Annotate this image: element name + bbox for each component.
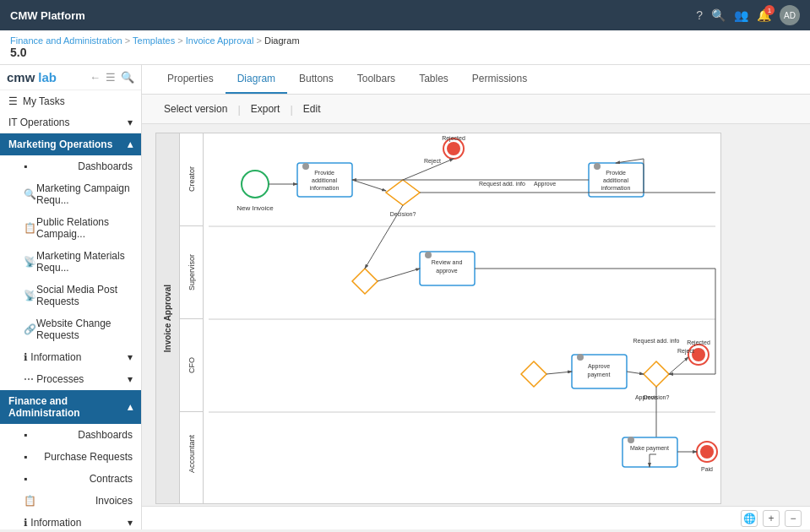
header: Finance and Administration > Templates >… bbox=[0, 30, 810, 65]
sidebar-item-info-fin[interactable]: ℹ Information ▾ bbox=[0, 512, 141, 529]
sidebar-item-pr[interactable]: 📋 Public Relations Campaig... bbox=[0, 211, 141, 245]
sidebar-item-mkt-materials[interactable]: 📡 Marketing Materials Requ... bbox=[0, 245, 141, 279]
rejected1-label: Rejected bbox=[442, 135, 465, 142]
export-btn[interactable]: Export bbox=[242, 100, 289, 118]
sidebar-menu-icon[interactable]: ☰ bbox=[106, 71, 116, 84]
sidebar-my-tasks[interactable]: ☰ My Tasks bbox=[0, 90, 141, 112]
person-icon2 bbox=[594, 163, 601, 170]
dash-icon: ▪ bbox=[24, 160, 27, 172]
tab-permissions[interactable]: Permissions bbox=[460, 65, 539, 94]
social-icon: 📡 bbox=[24, 290, 36, 301]
arrow-gw-sup-to-review bbox=[378, 269, 420, 281]
sidebar-logo: cmw lab bbox=[7, 70, 57, 84]
sidebar-item-mkt-campaign[interactable]: 🔍 Marketing Campaign Requ... bbox=[0, 177, 141, 211]
sidebar-section-it[interactable]: IT Operations ▾ bbox=[0, 112, 141, 133]
provide-info1-line3: information bbox=[310, 185, 340, 191]
breadcrumb-finance[interactable]: Finance and Administration bbox=[10, 35, 122, 46]
node-decision-cfo bbox=[644, 361, 669, 387]
paid-label: Paid bbox=[701, 466, 713, 472]
approve-payment-line1: Approve bbox=[588, 363, 610, 370]
mkt-materials-label: Marketing Materials Requ... bbox=[36, 250, 133, 274]
website-icon: 🔗 bbox=[24, 323, 36, 335]
purchase-icon: ▪ bbox=[24, 451, 27, 463]
sidebar-item-website[interactable]: 🔗 Website Change Requests bbox=[0, 312, 141, 346]
arrow-provide-to-decision bbox=[352, 180, 386, 191]
info-mkt-arrow: ▾ bbox=[128, 351, 133, 363]
provide-info2-line1: Provide bbox=[606, 170, 626, 176]
user-avatar[interactable]: AD bbox=[780, 5, 800, 25]
arrow-decision-cfo-reject bbox=[669, 357, 688, 374]
sidebar-item-processes-mkt[interactable]: ⋯ Processes ▾ bbox=[0, 368, 141, 390]
help-icon[interactable]: ? bbox=[696, 8, 703, 22]
purchase-label: Purchase Requests bbox=[44, 451, 133, 463]
my-tasks-label: My Tasks bbox=[23, 95, 65, 107]
tab-diagram[interactable]: Diagram bbox=[226, 65, 287, 94]
label-reject-cfo: Reject bbox=[677, 348, 694, 355]
person-icon1 bbox=[302, 163, 309, 170]
sidebar-item-dashboards-mkt[interactable]: ▪ Dashboards bbox=[0, 155, 141, 177]
sidebar-item-invoices[interactable]: 📋 Invoices bbox=[0, 490, 141, 512]
search-icon[interactable]: 🔍 bbox=[711, 8, 726, 22]
invoices-label: Invoices bbox=[95, 495, 133, 507]
dash-fin-label: Dashboards bbox=[78, 429, 133, 441]
label-approve-cfo: Approve bbox=[635, 394, 657, 401]
edit-btn[interactable]: Edit bbox=[295, 100, 329, 118]
sidebar-item-info-mkt[interactable]: ℹ Information ▾ bbox=[0, 346, 141, 368]
tab-toolbars[interactable]: Toolbars bbox=[345, 65, 407, 94]
proc-mkt-label: ⋯ Processes bbox=[24, 373, 84, 385]
cfo-label: CFO bbox=[188, 357, 196, 373]
sidebar-section-marketing[interactable]: Marketing Operations ▴ bbox=[0, 133, 141, 155]
breadcrumb-templates[interactable]: Templates bbox=[133, 35, 175, 46]
sidebar-top-icons: ← ☰ 🔍 bbox=[90, 71, 134, 84]
node-new-invoice-label: New Invoice bbox=[236, 204, 274, 212]
finance-section-label: Finance and Administration bbox=[8, 395, 128, 419]
breadcrumb-diagram: Diagram bbox=[264, 35, 300, 46]
provide-info2-line3: information bbox=[601, 185, 631, 191]
diagram-title-label: Invoice Approval bbox=[163, 285, 172, 352]
it-section-arrow: ▾ bbox=[128, 117, 133, 128]
creator-label: Creator bbox=[188, 166, 196, 192]
swimlane-creator: Creator bbox=[180, 133, 203, 226]
mkt-campaign-label: Marketing Campaign Requ... bbox=[36, 182, 133, 206]
tab-buttons[interactable]: Buttons bbox=[287, 65, 345, 94]
make-payment-line1: Make payment bbox=[630, 445, 669, 452]
sidebar-item-dashboards-fin[interactable]: ▪ Dashboards bbox=[0, 424, 141, 446]
swimlane-cfo: CFO bbox=[180, 319, 203, 412]
zoom-globe-btn[interactable]: 🌐 bbox=[741, 510, 758, 527]
contracts-icon: ▪ bbox=[24, 473, 27, 485]
sidebar-item-purchase[interactable]: ▪ Purchase Requests bbox=[0, 446, 141, 468]
tasks-icon: ☰ bbox=[8, 95, 18, 107]
info-mkt-label: ℹ Information bbox=[24, 351, 81, 363]
notif-badge: 1 bbox=[764, 5, 775, 15]
node-gw-cfo bbox=[521, 361, 546, 387]
sidebar-section-finance[interactable]: Finance and Administration ▴ bbox=[0, 390, 141, 424]
tabs-bar: Properties Diagram Buttons Toolbars Tabl… bbox=[142, 65, 810, 95]
it-section-label: IT Operations bbox=[8, 117, 69, 128]
provide-info2-line2: additional bbox=[603, 177, 628, 183]
diagram-container: Invoice Approval Creator Supervisor CFO bbox=[155, 133, 721, 504]
zoom-out-btn[interactable]: − bbox=[785, 510, 802, 527]
invoices-icon: 📋 bbox=[24, 495, 36, 507]
bell-icon[interactable]: 🔔 1 bbox=[757, 8, 771, 22]
breadcrumb-invoice[interactable]: Invoice Approval bbox=[186, 35, 254, 46]
zoom-in-btn[interactable]: + bbox=[763, 510, 780, 527]
label-request-add-info: Request add. info bbox=[479, 181, 525, 187]
node-new-invoice-circle bbox=[242, 171, 269, 198]
node-gw-supervisor bbox=[352, 269, 378, 294]
sidebar-search-icon[interactable]: 🔍 bbox=[121, 71, 134, 84]
arrow-gw-cfo-to-approve bbox=[546, 372, 572, 374]
website-label: Website Change Requests bbox=[36, 318, 133, 341]
tab-tables[interactable]: Tables bbox=[407, 65, 460, 94]
content-area: Properties Diagram Buttons Toolbars Tabl… bbox=[142, 65, 810, 529]
users-icon[interactable]: 👥 bbox=[734, 8, 748, 22]
supervisor-label: Supervisor bbox=[188, 254, 196, 290]
diagram-title-bar: Invoice Approval bbox=[156, 133, 180, 503]
sidebar-back-icon[interactable]: ← bbox=[90, 71, 101, 84]
select-version-btn[interactable]: Select version bbox=[155, 100, 236, 118]
sidebar-item-contracts[interactable]: ▪ Contracts bbox=[0, 468, 141, 490]
sidebar-item-social[interactable]: 📡 Social Media Post Requests bbox=[0, 279, 141, 312]
tab-properties[interactable]: Properties bbox=[155, 65, 226, 94]
label-req-add-info-cfo: Request add. info bbox=[633, 338, 680, 345]
node-rejected1-inner bbox=[447, 142, 460, 155]
provide-info1-line1: Provide bbox=[314, 170, 334, 176]
